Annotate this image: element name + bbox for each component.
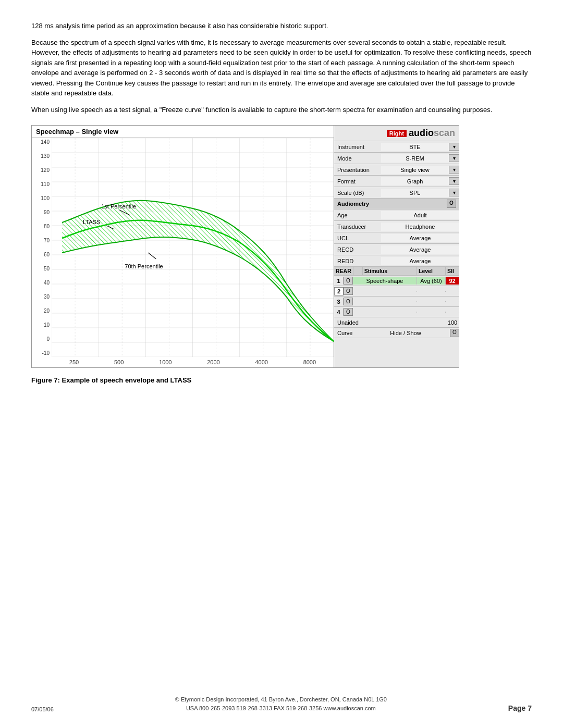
stim-1-sii: 92 xyxy=(446,277,459,285)
controls-panel: Right audioscan Instrument BTE ▾ Mode S-… xyxy=(334,126,459,367)
scale-value: SPL xyxy=(381,189,449,197)
format-label: Format xyxy=(334,177,381,186)
curve-value: Hide / Show xyxy=(361,329,450,337)
stimulus-header: REAR Stimulus Level SII xyxy=(334,267,459,276)
stim-3-sii xyxy=(446,301,459,302)
y-label-70: 70 xyxy=(32,238,52,243)
stimulus-row-4: 4 O xyxy=(334,307,459,317)
y-label-130: 130 xyxy=(32,153,52,159)
presentation-dropdown[interactable]: ▾ xyxy=(449,166,459,174)
stimulus-row-1: 1 O Speech-shape Avg (60) 92 xyxy=(334,276,459,286)
x-label-250: 250 xyxy=(69,359,79,365)
stimulus-row-2: 2 O xyxy=(334,286,459,297)
y-label-60: 60 xyxy=(32,252,52,257)
brand-audio: audio xyxy=(409,128,434,138)
redd-row: REDD Average xyxy=(334,255,459,267)
stim-header-level: Level xyxy=(417,267,446,275)
stim-header-sii: SII xyxy=(446,267,459,275)
y-label-10: 10 xyxy=(32,322,52,328)
footer-center: © Etymonic Design Incorporated, 41 Byron… xyxy=(175,695,387,712)
stim-header-rear: REAR xyxy=(334,267,353,275)
chart-area: Speechmap – Single view 140 130 120 110 … xyxy=(32,126,334,367)
first-percentile-label: 1st Percentile xyxy=(101,203,136,209)
footer-right: Page 7 xyxy=(508,704,532,712)
instrument-dropdown[interactable]: ▾ xyxy=(449,143,459,151)
chart-title: Speechmap – Single view xyxy=(32,126,334,138)
stim-header-stimulus: Stimulus xyxy=(363,267,417,275)
audiometry-header: Audiometry O xyxy=(334,199,459,209)
stim-4-open[interactable]: O xyxy=(344,308,353,316)
age-label: Age xyxy=(334,211,381,219)
ucl-label: UCL xyxy=(334,234,381,242)
x-label-2000: 2000 xyxy=(207,359,219,365)
unaided-value: 100 xyxy=(446,318,459,327)
y-label-20: 20 xyxy=(32,308,52,314)
stim-1-type: Speech-shape xyxy=(353,277,417,285)
stim-header-blank xyxy=(353,267,363,275)
seventieth-percentile-label: 70th Percentile xyxy=(125,263,163,269)
curve-open-btn[interactable]: O xyxy=(450,329,459,337)
stim-4-sii xyxy=(446,312,459,313)
footer-center-line1: © Etymonic Design Incorporated, 41 Byron… xyxy=(175,695,387,704)
unaided-label: Unaided xyxy=(334,318,446,327)
brand-logo: audioscan xyxy=(409,128,455,139)
presentation-label: Presentation xyxy=(334,166,381,174)
stim-2-sii xyxy=(446,291,459,292)
scale-label: Scale (dB) xyxy=(334,189,381,197)
y-label-50: 50 xyxy=(32,266,52,272)
instrument-label: Instrument xyxy=(334,143,381,151)
stim-1-num: 1 xyxy=(334,277,344,285)
transducer-value: Headphone xyxy=(381,223,459,231)
curve-label: Curve xyxy=(334,329,361,337)
footer-center-line2: USA 800-265-2093 519-268-3313 FAX 519-26… xyxy=(175,704,387,713)
stim-3-type xyxy=(353,301,417,302)
format-dropdown[interactable]: ▾ xyxy=(449,177,459,185)
instrument-value: BTE xyxy=(381,143,449,151)
scale-row: Scale (dB) SPL ▾ xyxy=(334,187,459,199)
stim-4-level xyxy=(417,312,446,313)
paragraph-2: Because the spectrum of a speech signal … xyxy=(31,38,532,98)
presentation-value: Single view xyxy=(381,166,449,174)
transducer-row: Transducer Headphone xyxy=(334,221,459,232)
age-value: Adult xyxy=(381,211,459,219)
x-axis: 250 500 1000 2000 4000 8000 xyxy=(32,357,334,367)
y-label-100: 100 xyxy=(32,195,52,201)
footer: 07/05/06 © Etymonic Design Incorporated,… xyxy=(31,695,532,712)
stim-3-open[interactable]: O xyxy=(344,298,353,305)
mode-dropdown[interactable]: ▾ xyxy=(449,154,459,162)
mode-value: S-REM xyxy=(381,154,449,163)
stimulus-row-3: 3 O xyxy=(334,297,459,307)
brand-header: Right audioscan xyxy=(334,126,459,141)
stim-1-level: Avg (60) xyxy=(417,277,446,285)
chart-svg: 1st Percentile LTASS 70th Percentile xyxy=(52,138,334,357)
stim-2-open[interactable]: O xyxy=(344,287,353,295)
stim-3-num: 3 xyxy=(334,298,344,305)
mode-label: Mode xyxy=(334,154,381,163)
stim-4-type xyxy=(353,312,417,313)
chart-graph: 140 130 120 110 100 90 80 70 60 50 40 30… xyxy=(32,138,334,357)
stim-2-level xyxy=(417,291,446,292)
brand-scan: scan xyxy=(434,128,455,138)
x-label-500: 500 xyxy=(114,359,124,365)
format-row: Format Graph ▾ xyxy=(334,176,459,187)
y-label-neg10: -10 xyxy=(32,350,52,356)
recd-row: RECD Average xyxy=(334,244,459,255)
scale-dropdown[interactable]: ▾ xyxy=(449,189,459,196)
recd-label: RECD xyxy=(334,245,381,254)
figure-caption: Figure 7: Example of speech envelope and… xyxy=(31,376,532,384)
y-label-120: 120 xyxy=(32,167,52,173)
stim-2-num: 2 xyxy=(334,287,344,295)
format-value: Graph xyxy=(381,177,449,186)
graph-inner: 1st Percentile LTASS 70th Percentile xyxy=(52,138,334,357)
right-badge: Right xyxy=(387,130,407,137)
svg-line-32 xyxy=(148,253,156,259)
curve-row: Curve Hide / Show O xyxy=(334,328,459,338)
audiometry-open-btn[interactable]: O xyxy=(447,200,456,208)
y-label-0: 0 xyxy=(32,336,52,342)
x-label-1000: 1000 xyxy=(159,359,172,365)
ltass-label: LTASS xyxy=(83,219,100,225)
y-label-110: 110 xyxy=(32,181,52,187)
stim-1-open[interactable]: O xyxy=(344,277,353,285)
ucl-value: Average xyxy=(381,234,459,242)
redd-value: Average xyxy=(381,257,459,265)
